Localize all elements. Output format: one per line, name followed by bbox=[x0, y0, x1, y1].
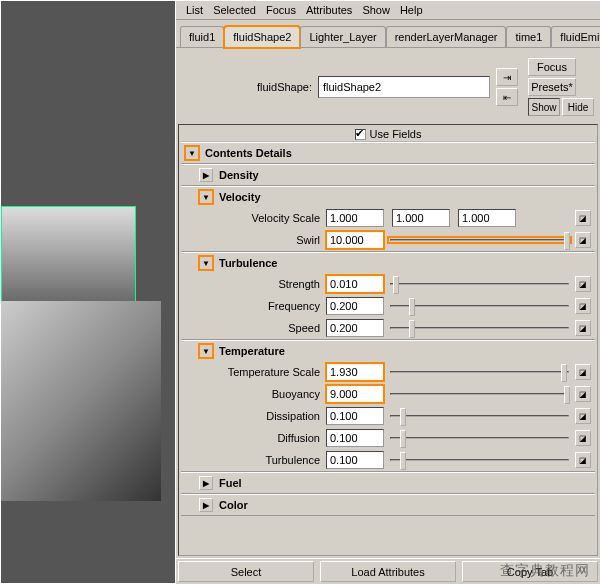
buoyancy-label: Buoyancy bbox=[185, 388, 320, 400]
menu-list[interactable]: List bbox=[186, 4, 203, 16]
scene-geometry bbox=[1, 301, 161, 501]
expand-arrow-icon[interactable] bbox=[199, 190, 213, 204]
section-velocity: Velocity Velocity Scale ◪ Swirl ◪ bbox=[181, 186, 595, 252]
color-header[interactable]: Color bbox=[181, 495, 595, 515]
expand-arrow-icon[interactable] bbox=[185, 146, 199, 160]
fluid-container-wireframe bbox=[1, 206, 136, 306]
go-input-icon[interactable]: ⇥ bbox=[496, 68, 518, 86]
connection-icon[interactable]: ◪ bbox=[575, 364, 591, 380]
temperature-scale-row: Temperature Scale ◪ bbox=[181, 361, 595, 383]
dissipation-slider[interactable] bbox=[390, 407, 569, 425]
velocity-scale-label: Velocity Scale bbox=[185, 212, 320, 224]
connection-icon[interactable]: ◪ bbox=[575, 386, 591, 402]
frequency-label: Frequency bbox=[185, 300, 320, 312]
show-button[interactable]: Show bbox=[528, 98, 560, 116]
strength-row: Strength ◪ bbox=[181, 273, 595, 295]
buoyancy-row: Buoyancy ◪ bbox=[181, 383, 595, 405]
connection-icon[interactable]: ◪ bbox=[575, 430, 591, 446]
hide-button[interactable]: Hide bbox=[562, 98, 594, 116]
connection-icon[interactable]: ◪ bbox=[575, 452, 591, 468]
density-header[interactable]: Density bbox=[181, 165, 595, 185]
copy-tab-button[interactable]: Copy Tab bbox=[462, 561, 598, 582]
select-button[interactable]: Select bbox=[178, 561, 314, 582]
connection-icon[interactable]: ◪ bbox=[575, 232, 591, 248]
focus-button[interactable]: Focus bbox=[528, 58, 576, 76]
node-header: fluidShape: ⇥ ⇤ Focus Presets* Show Hide bbox=[176, 48, 600, 122]
menu-attributes[interactable]: Attributes bbox=[306, 4, 352, 16]
expand-arrow-icon[interactable] bbox=[199, 168, 213, 182]
node-tab-bar: fluid1 fluidShape2 Lighter_Layer renderL… bbox=[176, 20, 600, 48]
presets-button[interactable]: Presets* bbox=[528, 78, 576, 96]
frequency-input[interactable] bbox=[326, 297, 384, 315]
swirl-slider[interactable] bbox=[390, 231, 569, 249]
tab-fluidemitter1[interactable]: fluidEmitter1 bbox=[551, 26, 600, 47]
menu-show[interactable]: Show bbox=[362, 4, 390, 16]
velocity-scale-x-input[interactable] bbox=[326, 209, 384, 227]
load-attributes-button[interactable]: Load Attributes bbox=[320, 561, 456, 582]
velocity-scale-y-input[interactable] bbox=[392, 209, 450, 227]
menu-bar: List Selected Focus Attributes Show Help bbox=[176, 0, 600, 20]
tab-time1[interactable]: time1 bbox=[506, 26, 551, 47]
buoyancy-slider[interactable] bbox=[390, 385, 569, 403]
viewport-3d[interactable] bbox=[0, 0, 176, 584]
node-name-input[interactable] bbox=[318, 76, 490, 98]
use-fields-checkbox[interactable] bbox=[355, 129, 366, 140]
speed-row: Speed ◪ bbox=[181, 317, 595, 339]
expand-arrow-icon[interactable] bbox=[199, 344, 213, 358]
section-color: Color bbox=[181, 494, 595, 516]
connection-icon[interactable]: ◪ bbox=[575, 276, 591, 292]
temperature-scale-input[interactable] bbox=[326, 363, 384, 381]
attribute-editor-panel: List Selected Focus Attributes Show Help… bbox=[176, 0, 600, 584]
expand-arrow-icon[interactable] bbox=[199, 498, 213, 512]
diffusion-slider[interactable] bbox=[390, 429, 569, 447]
strength-input[interactable] bbox=[326, 275, 384, 293]
connection-icon[interactable]: ◪ bbox=[575, 320, 591, 336]
diffusion-input[interactable] bbox=[326, 429, 384, 447]
menu-help[interactable]: Help bbox=[400, 4, 423, 16]
strength-label: Strength bbox=[185, 278, 320, 290]
strength-slider[interactable] bbox=[390, 275, 569, 293]
temperature-header[interactable]: Temperature bbox=[181, 341, 595, 361]
expand-arrow-icon[interactable] bbox=[199, 476, 213, 490]
turbulence-attr-input[interactable] bbox=[326, 451, 384, 469]
temperature-scale-label: Temperature Scale bbox=[185, 366, 320, 378]
dissipation-input[interactable] bbox=[326, 407, 384, 425]
turbulence-header[interactable]: Turbulence bbox=[181, 253, 595, 273]
section-turbulence: Turbulence Strength ◪ Frequency ◪ Speed … bbox=[181, 252, 595, 340]
attributes-scroll-area[interactable]: Use Fields Contents Details Density Velo… bbox=[178, 124, 598, 556]
bottom-button-bar: Select Load Attributes Copy Tab bbox=[176, 558, 600, 584]
tab-fluidshape2[interactable]: fluidShape2 bbox=[224, 26, 300, 48]
swirl-row: Swirl ◪ bbox=[181, 229, 595, 251]
speed-label: Speed bbox=[185, 322, 320, 334]
node-name-label: fluidShape: bbox=[182, 81, 312, 93]
section-fuel: Fuel bbox=[181, 472, 595, 494]
connection-icon[interactable]: ◪ bbox=[575, 210, 591, 226]
contents-details-header[interactable]: Contents Details bbox=[181, 143, 595, 163]
velocity-scale-z-input[interactable] bbox=[458, 209, 516, 227]
section-contents-details: Contents Details bbox=[181, 142, 595, 164]
tab-fluid1[interactable]: fluid1 bbox=[180, 26, 224, 47]
speed-input[interactable] bbox=[326, 319, 384, 337]
menu-focus[interactable]: Focus bbox=[266, 4, 296, 16]
connection-icon[interactable]: ◪ bbox=[575, 408, 591, 424]
turbulence-attr-label: Turbulence bbox=[185, 454, 320, 466]
dissipation-row: Dissipation ◪ bbox=[181, 405, 595, 427]
connection-icon[interactable]: ◪ bbox=[575, 298, 591, 314]
frequency-row: Frequency ◪ bbox=[181, 295, 595, 317]
diffusion-label: Diffusion bbox=[185, 432, 320, 444]
menu-selected[interactable]: Selected bbox=[213, 4, 256, 16]
speed-slider[interactable] bbox=[390, 319, 569, 337]
turbulence-attr-slider[interactable] bbox=[390, 451, 569, 469]
tab-renderlayermanager[interactable]: renderLayerManager bbox=[386, 26, 507, 47]
turbulence-attr-row: Turbulence ◪ bbox=[181, 449, 595, 471]
use-fields-row: Use Fields bbox=[181, 127, 595, 142]
tab-lighter-layer[interactable]: Lighter_Layer bbox=[300, 26, 385, 47]
swirl-input[interactable] bbox=[326, 231, 384, 249]
go-output-icon[interactable]: ⇤ bbox=[496, 88, 518, 106]
fuel-header[interactable]: Fuel bbox=[181, 473, 595, 493]
temperature-scale-slider[interactable] bbox=[390, 363, 569, 381]
velocity-header[interactable]: Velocity bbox=[181, 187, 595, 207]
buoyancy-input[interactable] bbox=[326, 385, 384, 403]
frequency-slider[interactable] bbox=[390, 297, 569, 315]
expand-arrow-icon[interactable] bbox=[199, 256, 213, 270]
